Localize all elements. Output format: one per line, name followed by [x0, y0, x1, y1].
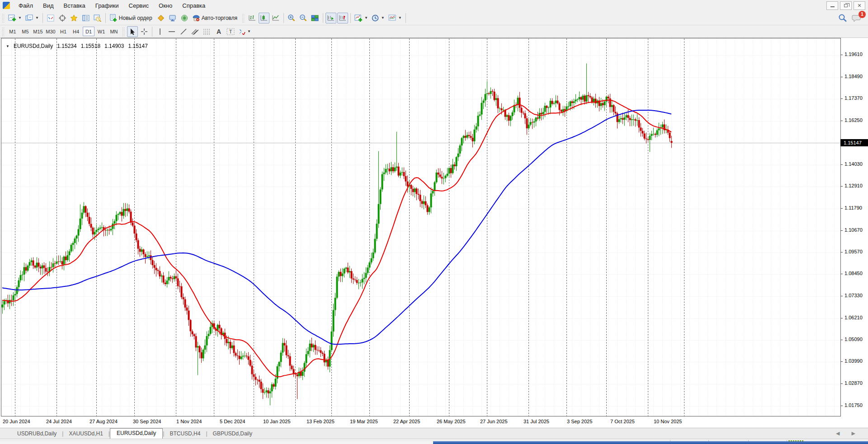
menu-item-вид[interactable]: Вид: [38, 0, 59, 11]
data-window-button[interactable]: [57, 13, 68, 23]
navigator-button[interactable]: [69, 13, 80, 23]
timeframe-button-mn[interactable]: MN: [108, 27, 120, 36]
price-axis-label: 1.19610: [841, 51, 868, 58]
vertical-line-tool-button[interactable]: [155, 26, 165, 37]
chart-tab-bar: USDRUBd,Daily|XAUUSDd,H1|EURUSDd,Daily|B…: [0, 428, 868, 439]
timeframe-button-m30[interactable]: M30: [45, 27, 57, 36]
date-axis-label: 24 Jul 2024: [46, 419, 72, 424]
tile-windows-button[interactable]: [310, 13, 321, 23]
chart-menu-triangle-icon[interactable]: ▼: [6, 44, 9, 48]
terminal-button[interactable]: [80, 13, 91, 23]
periods-button[interactable]: ▼: [370, 13, 386, 23]
timeframe-button-h1[interactable]: H1: [57, 27, 69, 36]
price-axis-label: 1.08450: [841, 271, 868, 277]
price-chart-canvas[interactable]: [1, 38, 840, 416]
menu-item-графики[interactable]: Графики: [90, 0, 124, 11]
price-axis-label: 1.05090: [841, 337, 868, 343]
menu-item-окно[interactable]: Окно: [154, 0, 177, 11]
ohlc-open: 1.15234: [57, 43, 76, 49]
restore-button[interactable]: [840, 1, 852, 10]
chart-plot-area[interactable]: ▼ EURUSDd,Daily 1.15234 1.15518 1.14903 …: [1, 38, 841, 416]
menu-item-сервис[interactable]: Сервис: [124, 0, 154, 11]
price-axis-value: 1.01750: [844, 402, 863, 408]
vertical-line-icon: [157, 28, 163, 35]
timeframe-button-d1[interactable]: D1: [83, 27, 94, 36]
indicators-button[interactable]: ▼: [353, 13, 369, 23]
market-watch-button[interactable]: [45, 13, 56, 23]
timeframe-button-m1[interactable]: M1: [7, 27, 19, 36]
chart-ohlc-header: ▼ EURUSDd,Daily 1.15234 1.15518 1.14903 …: [6, 43, 148, 49]
candlestick-chart-button[interactable]: [259, 13, 269, 23]
date-axis-label: 20 Jun 2024: [3, 419, 30, 424]
line-chart-button[interactable]: [270, 13, 281, 23]
price-axis-tick: [841, 340, 843, 340]
price-axis-value: 1.16250: [844, 117, 863, 123]
notification-count-badge: 1: [859, 11, 866, 18]
chart-tab-btcusd-h4[interactable]: BTCUSD,H4: [164, 429, 206, 439]
chart-shift-button[interactable]: [337, 13, 348, 23]
profiles-button[interactable]: ▼: [24, 13, 40, 23]
menu-item-вставка[interactable]: Вставка: [59, 0, 90, 11]
equidistant-channel-tool-button[interactable]: [190, 26, 201, 37]
market-watch-icon: [47, 14, 54, 22]
new-order-icon: [109, 14, 118, 22]
new-chart-button[interactable]: ▼: [7, 13, 23, 23]
chart-tab-gbpusdd-daily[interactable]: GBPUSDd,Daily: [208, 429, 258, 439]
window-controls: ×: [826, 1, 868, 10]
toolbar-grip[interactable]: [122, 27, 125, 36]
price-axis-tick: [841, 98, 843, 99]
cursor-tool-button[interactable]: [127, 26, 138, 37]
toolbar-grip[interactable]: [242, 14, 245, 23]
bar-chart-button[interactable]: [247, 13, 258, 23]
signals-button[interactable]: [179, 13, 190, 23]
arrows-tool-button[interactable]: ▼: [237, 26, 252, 37]
timeframe-button-m5[interactable]: M5: [19, 27, 31, 36]
arrows-shapes-icon: [238, 28, 245, 35]
minimize-icon: [830, 6, 835, 7]
metatrader-community-button[interactable]: [167, 13, 178, 23]
templates-button[interactable]: ▼: [387, 13, 403, 23]
toolbar-grip[interactable]: [2, 14, 5, 23]
text-label-tool-button[interactable]: T: [225, 26, 236, 37]
zoom-in-button[interactable]: [286, 13, 297, 23]
autotrading-button[interactable]: Авто-торговля: [191, 13, 240, 23]
new-order-button[interactable]: Новый ордер: [108, 13, 155, 23]
app-logo-icon: [3, 2, 10, 9]
timeframe-buttons: M1M5M15M30H1H4D1W1MN: [6, 26, 120, 37]
toolbar-grip[interactable]: [2, 27, 5, 36]
tabs-scroll-right-icon[interactable]: ▶: [852, 430, 855, 436]
crosshair-tool-button[interactable]: [139, 26, 150, 37]
minimize-button[interactable]: [826, 1, 838, 10]
chart-tab-eurusdd-daily[interactable]: EURUSDd,Daily: [110, 428, 163, 439]
timeframe-button-w1[interactable]: W1: [95, 27, 107, 36]
close-button[interactable]: ×: [854, 1, 865, 10]
text-tool-button[interactable]: A: [213, 26, 224, 37]
price-axis-label: 1.09570: [841, 249, 868, 255]
metaeditor-button[interactable]: [156, 13, 166, 23]
date-axis[interactable]: 20 Jun 202424 Jul 202427 Aug 202430 Sep …: [1, 416, 841, 428]
price-axis[interactable]: 1.196101.184901.173701.162501.140301.129…: [841, 38, 868, 416]
fibonacci-tool-button[interactable]: [202, 26, 212, 37]
timeframe-button-m15[interactable]: M15: [32, 27, 44, 36]
chart-tabs: USDRUBd,Daily|XAUUSDd,H1|EURUSDd,Daily|B…: [12, 428, 258, 439]
date-axis-label: 26 May 2025: [437, 419, 466, 424]
toolbar-separator: [152, 27, 152, 37]
strategy-tester-button[interactable]: [92, 13, 103, 23]
date-axis-label: 3 Sep 2025: [567, 419, 592, 424]
horizontal-line-tool-button[interactable]: [166, 26, 177, 37]
chart-tab-usdrubd-daily[interactable]: USDRUBd,Daily: [12, 429, 62, 439]
menu-item-справка[interactable]: Справка: [177, 0, 210, 11]
notifications-button[interactable]: 1: [852, 14, 862, 22]
tabs-scroll-left-icon[interactable]: ◀: [836, 430, 840, 436]
timeframe-button-h4[interactable]: H4: [70, 27, 82, 36]
chart-tab-xauusdd-h1[interactable]: XAUUSDd,H1: [63, 429, 108, 439]
trendline-tool-button[interactable]: [178, 26, 189, 37]
price-axis-tick: [841, 252, 843, 252]
search-icon[interactable]: [838, 14, 847, 23]
menu-item-файл[interactable]: Файл: [14, 0, 38, 11]
zoom-out-button[interactable]: [298, 13, 309, 23]
taskbar-strip-left: [0, 441, 433, 444]
auto-scroll-button[interactable]: [326, 13, 336, 23]
restore-icon: [844, 4, 848, 7]
periods-clock-icon: [372, 14, 379, 22]
